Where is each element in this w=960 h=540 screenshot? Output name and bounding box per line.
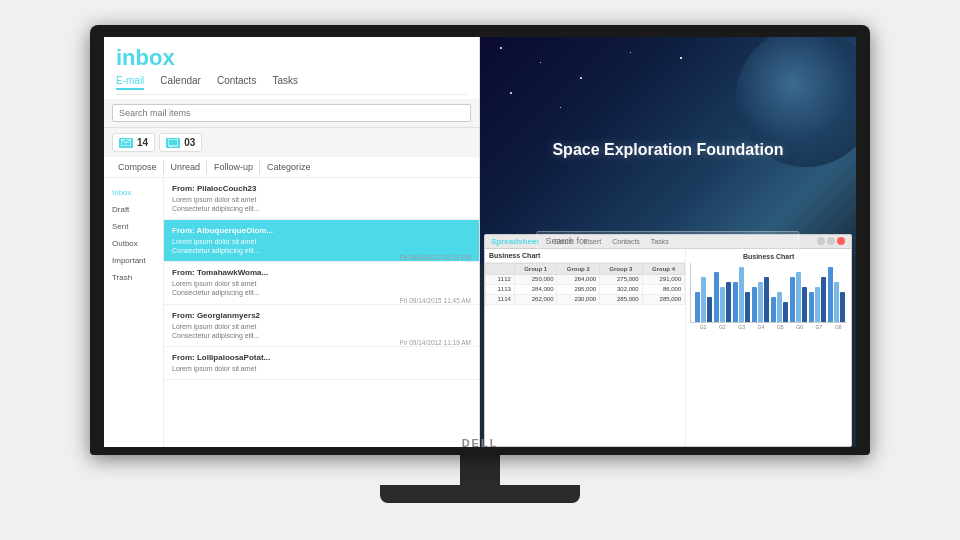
mail-badge: 14 <box>112 133 155 152</box>
badge-row: 14 03 <box>104 128 479 157</box>
star-2 <box>540 62 541 63</box>
bar-4-2 <box>783 302 788 322</box>
bar-1-0 <box>714 272 719 322</box>
bar-group-7 <box>828 267 845 322</box>
compose-btn[interactable]: Compose <box>112 160 164 174</box>
email-title: inbox <box>116 45 467 71</box>
unread-btn[interactable]: Unread <box>165 160 208 174</box>
sidebar-important[interactable]: Important <box>104 252 163 269</box>
followup-btn[interactable]: Follow-up <box>208 160 260 174</box>
ss-row-1-label: 1113 <box>486 284 515 294</box>
email-preview-3: Lorem ipsum dolor sit ametConsectetur ad… <box>172 322 471 340</box>
space-search-input[interactable] <box>536 231 799 251</box>
ss-row-0-label: 1112 <box>486 274 515 284</box>
bar-group-6 <box>809 277 826 322</box>
nav-calendar[interactable]: Calendar <box>160 75 201 90</box>
bar-2-1 <box>739 267 744 322</box>
email-app: inbox E-mail Calendar Contacts Tasks <box>104 37 480 447</box>
bar-3-2 <box>764 277 769 322</box>
space-site-title: Space Exploration Foundation <box>532 141 803 159</box>
bar-group-5 <box>790 272 807 322</box>
sidebar-draft[interactable]: Draft <box>104 201 163 218</box>
star-1 <box>500 47 502 49</box>
email-header: inbox E-mail Calendar Contacts Tasks <box>104 37 479 99</box>
sidebar-inbox[interactable]: Inbox <box>104 184 163 201</box>
monitor-base <box>380 485 580 503</box>
spreadsheet-window: Spreadsheet Share Insert Contacts Tasks <box>484 234 852 447</box>
ss-cell-2-1[interactable]: 230,000 <box>557 294 600 304</box>
nav-contacts[interactable]: Contacts <box>217 75 256 90</box>
monitor-screen: inbox E-mail Calendar Contacts Tasks <box>104 37 856 447</box>
email-search-input[interactable] <box>112 104 471 122</box>
close-btn[interactable] <box>837 237 845 245</box>
bar-3-0 <box>752 287 757 322</box>
email-date-3: Fri 09/14/2015 11:45 AM <box>400 297 471 304</box>
bar-0-0 <box>695 292 700 322</box>
bar-1-1 <box>720 287 725 322</box>
star-5 <box>510 92 512 94</box>
email-item-4[interactable]: Fri 09/14/2012 11:19 AM From: Lollipaloo… <box>164 347 479 380</box>
bar-7-1 <box>834 282 839 322</box>
ss-cell-1-1[interactable]: 295,000 <box>557 284 600 294</box>
ss-th-2: Group 2 <box>557 263 600 274</box>
ss-th-0 <box>486 263 515 274</box>
sidebar-trash[interactable]: Trash <box>104 269 163 286</box>
bar-0-2 <box>707 297 712 322</box>
nav-tasks[interactable]: Tasks <box>272 75 298 90</box>
email-date-4: Fri 09/14/2012 11:19 AM <box>400 339 471 346</box>
ss-cell-1-0[interactable]: 284,000 <box>514 284 557 294</box>
bar-6-2 <box>821 277 826 322</box>
email-date-2: Fri 09/14/2012 02:13 PM <box>399 254 471 261</box>
mail-icon <box>119 138 133 148</box>
chat-count: 03 <box>184 137 195 148</box>
bar-5-1 <box>796 272 801 322</box>
email-sidebar: Inbox Draft Sent Outbox Important Trash <box>104 178 164 447</box>
nav-email[interactable]: E-mail <box>116 75 144 90</box>
chart-x-label-6: G7 <box>810 324 827 330</box>
bar-4-0 <box>771 297 776 322</box>
ss-body: Business Chart Group 1 Group 2 Group 3 G… <box>485 249 851 446</box>
window-controls <box>817 237 845 245</box>
star-7 <box>680 57 682 59</box>
email-preview-0: Lorem ipsum dolor sit ametConsectetur ad… <box>172 195 471 213</box>
ss-cell-1-3[interactable]: 86,000 <box>642 284 685 294</box>
email-preview-4: Lorem ipsum dolor sit amet <box>172 364 471 373</box>
chart-x-label-0: G1 <box>694 324 711 330</box>
chart-x-label-7: G8 <box>830 324 847 330</box>
ss-cell-0-0[interactable]: 250,000 <box>514 274 557 284</box>
ss-cell-2-0[interactable]: 262,000 <box>514 294 557 304</box>
sidebar-outbox[interactable]: Outbox <box>104 235 163 252</box>
bar-5-0 <box>790 277 795 322</box>
ss-cell-1-2[interactable]: 302,000 <box>600 284 643 294</box>
minimize-btn[interactable] <box>817 237 825 245</box>
bar-group-2 <box>733 267 750 322</box>
ss-cell-0-2[interactable]: 275,000 <box>600 274 643 284</box>
bar-7-0 <box>828 267 833 322</box>
email-from-3: From: Georgianmyers2 <box>172 311 471 320</box>
email-body: Inbox Draft Sent Outbox Important Trash … <box>104 178 479 447</box>
chart-x-label-2: G3 <box>733 324 750 330</box>
email-preview-1: Lorem ipsum dolor sit ametConsectetur ad… <box>172 237 471 255</box>
email-actions: Compose Unread Follow-up Categorize <box>104 157 479 178</box>
ss-cell-2-3[interactable]: 285,000 <box>642 294 685 304</box>
bar-2-0 <box>733 282 738 322</box>
ss-cell-0-1[interactable]: 264,000 <box>557 274 600 284</box>
email-nav: E-mail Calendar Contacts Tasks <box>116 75 467 95</box>
ss-th-3: Group 3 <box>600 263 643 274</box>
bar-1-2 <box>726 282 731 322</box>
monitor-frame: inbox E-mail Calendar Contacts Tasks <box>90 25 870 455</box>
chart-title: Business Chart <box>690 253 847 260</box>
email-toolbar <box>104 99 479 128</box>
bar-2-2 <box>745 292 750 322</box>
ss-cell-0-3[interactable]: 291,000 <box>642 274 685 284</box>
ss-cell-2-2[interactable]: 285,000 <box>600 294 643 304</box>
bar-6-0 <box>809 292 814 322</box>
email-list: Fri 09/14/2012 05:01 PM From: PilalocCou… <box>164 178 479 447</box>
bar-7-2 <box>840 292 845 322</box>
maximize-btn[interactable] <box>827 237 835 245</box>
bar-4-1 <box>777 292 782 322</box>
chat-icon <box>166 138 180 148</box>
sidebar-sent[interactable]: Sent <box>104 218 163 235</box>
categorize-btn[interactable]: Categorize <box>261 160 317 174</box>
email-from-4: From: LollipaloosaPotat... <box>172 353 471 362</box>
